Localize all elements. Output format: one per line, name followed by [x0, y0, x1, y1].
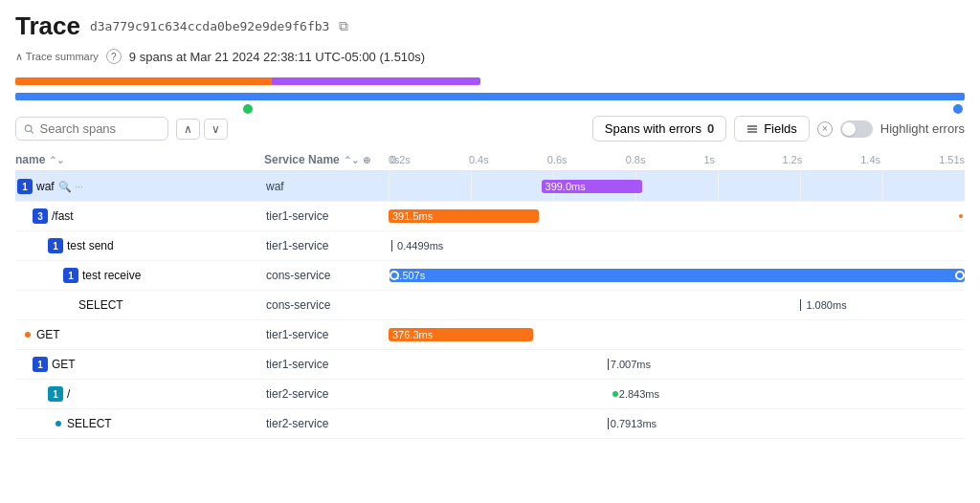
- help-icon[interactable]: ?: [106, 49, 122, 64]
- header-name: name ⌃⌄: [15, 153, 264, 166]
- table-row[interactable]: SELECT cons-service 1.080ms: [15, 291, 965, 320]
- span-bar: 1.507s: [390, 269, 965, 282]
- timeline-ticks: 0s 0.2s 0.4s 0.6s 0.8s 1s 1.2s 1.4s 1.51…: [389, 154, 965, 165]
- table-row[interactable]: GET tier1-service 376.3ms: [15, 320, 965, 350]
- spans-errors-label: Spans with errors: [605, 121, 702, 136]
- timeline-grid: [389, 172, 965, 201]
- service-sort-icon[interactable]: ⌃⌄: [344, 155, 359, 165]
- highlight-toggle-switch[interactable]: [840, 120, 873, 138]
- toggle-x-icon[interactable]: ×: [817, 121, 833, 137]
- span-name-cell: 1 test send: [15, 234, 264, 257]
- table-row[interactable]: 3 /fast tier1-service 391.5ms: [15, 202, 965, 231]
- table-row[interactable]: 1 waf 🔍 ··· waf 399: [15, 172, 965, 202]
- span-timeline: 376.3ms: [389, 320, 965, 349]
- trace-id: d3a779c91c634ccda0be92e9de9f6fb3: [90, 19, 329, 33]
- span-name: SELECT: [78, 298, 123, 312]
- page-title: Trace: [15, 11, 80, 41]
- span-name-cell: 3 /fast: [15, 205, 264, 228]
- search-icon: [24, 123, 34, 135]
- span-icons: 🔍 ···: [58, 181, 83, 193]
- span-service: tier1-service: [264, 354, 389, 375]
- search-input[interactable]: [40, 121, 160, 136]
- error-count-badge: 0: [707, 121, 714, 136]
- span-duration-text: 7.007ms: [611, 359, 651, 370]
- span-timeline: 1.507s: [389, 261, 965, 290]
- search-span-icon[interactable]: 🔍: [58, 181, 72, 193]
- span-badge: 1: [17, 179, 33, 194]
- span-duration-text: 1.080ms: [806, 299, 846, 311]
- span-timeline: 0.4499ms: [389, 231, 965, 260]
- span-name: SELECT: [67, 417, 112, 430]
- arrow-down-button[interactable]: ∨: [204, 119, 228, 140]
- overview-bar-blue: [15, 93, 965, 100]
- nav-arrows: ∧ ∨: [176, 119, 228, 140]
- trace-summary-bar: ∧ Trace summary ? 9 spans at Mar 21 2024…: [15, 49, 965, 64]
- svg-point-0: [25, 125, 32, 132]
- name-sort-icon[interactable]: ⌃⌄: [49, 155, 64, 165]
- dot-marker-right: [957, 212, 965, 220]
- span-service: waf: [264, 176, 389, 197]
- fields-icon: [746, 123, 758, 135]
- table-row[interactable]: 1 / tier2-service 2.843ms: [15, 380, 965, 409]
- overview-dot-blue: [953, 104, 963, 114]
- span-timeline: 7.007ms: [389, 350, 965, 379]
- span-timeline: 399.0ms: [389, 172, 965, 201]
- span-name: waf: [36, 180, 55, 193]
- connector-dot: [25, 332, 31, 338]
- table-row[interactable]: SELECT tier2-service 0.7913ms: [15, 409, 965, 439]
- timeline-overview: [15, 70, 965, 108]
- span-timeline: 1.080ms: [389, 291, 965, 319]
- service-filter-icon[interactable]: ⊕: [363, 155, 370, 165]
- summary-description: 9 spans at Mar 21 2024 22:38:11 UTC-05:0…: [129, 50, 425, 64]
- header-service: Service Name ⌃⌄ ⊕: [264, 153, 389, 166]
- span-badge: 1: [48, 238, 63, 253]
- span-duration-text: 0.7913ms: [611, 418, 657, 429]
- table-row[interactable]: 1 test receive cons-service 1.507s: [15, 261, 965, 291]
- more-icon[interactable]: ···: [75, 181, 83, 193]
- span-name-cell: 1 test receive: [15, 264, 264, 287]
- span-service: tier1-service: [264, 235, 389, 256]
- fields-button[interactable]: Fields: [734, 116, 810, 142]
- span-name-cell: SELECT: [15, 413, 264, 434]
- overview-bar-purple: [272, 77, 480, 85]
- arrow-up-button[interactable]: ∧: [176, 119, 200, 140]
- summary-toggle[interactable]: ∧ Trace summary: [15, 51, 99, 63]
- span-name: test send: [67, 239, 114, 252]
- highlight-errors-toggle: × Highlight errors: [817, 120, 965, 138]
- span-service: tier2-service: [264, 413, 389, 434]
- span-bar: 376.3ms: [389, 328, 533, 341]
- line-marker: [800, 299, 801, 311]
- span-name: /fast: [52, 209, 74, 223]
- table-row[interactable]: 1 GET tier1-service 7.007ms: [15, 350, 965, 380]
- span-badge: 1: [33, 357, 48, 372]
- span-name-cell: 1 waf 🔍 ···: [15, 175, 264, 198]
- page-header: Trace d3a779c91c634ccda0be92e9de9f6fb3 ⧉: [15, 11, 965, 41]
- span-timeline: 2.843ms: [389, 380, 965, 408]
- span-bar: 391.5ms: [389, 209, 539, 223]
- line-marker: [608, 418, 609, 429]
- copy-icon[interactable]: ⧉: [339, 18, 348, 34]
- search-box[interactable]: [15, 117, 168, 141]
- span-bar: 399.0ms: [542, 180, 642, 193]
- span-badge: 3: [33, 208, 48, 224]
- overview-dot-green: [243, 104, 253, 114]
- toolbar-right: Spans with errors 0 Fields × Highlight e…: [592, 116, 965, 142]
- span-duration-text: 0.4499ms: [397, 240, 443, 252]
- span-name-cell: GET: [15, 324, 264, 345]
- span-name: GET: [36, 328, 60, 341]
- span-service: tier1-service: [264, 324, 389, 345]
- svg-rect-4: [747, 131, 758, 133]
- highlight-label: Highlight errors: [880, 121, 965, 136]
- connector-dot-teal: [56, 421, 61, 426]
- span-name-cell: 1 /: [15, 383, 264, 405]
- table-row[interactable]: 1 test send tier1-service 0.4499ms: [15, 231, 965, 261]
- svg-line-1: [31, 130, 33, 133]
- span-badge: 1: [48, 386, 63, 402]
- span-bar-label: 376.3ms: [389, 329, 436, 340]
- span-bar-label: 399.0ms: [542, 181, 590, 192]
- dot-marker-left: [390, 271, 399, 280]
- span-name: GET: [52, 358, 76, 371]
- line-marker: [608, 359, 609, 370]
- spans-with-errors-button[interactable]: Spans with errors 0: [592, 116, 726, 142]
- svg-rect-3: [747, 128, 758, 130]
